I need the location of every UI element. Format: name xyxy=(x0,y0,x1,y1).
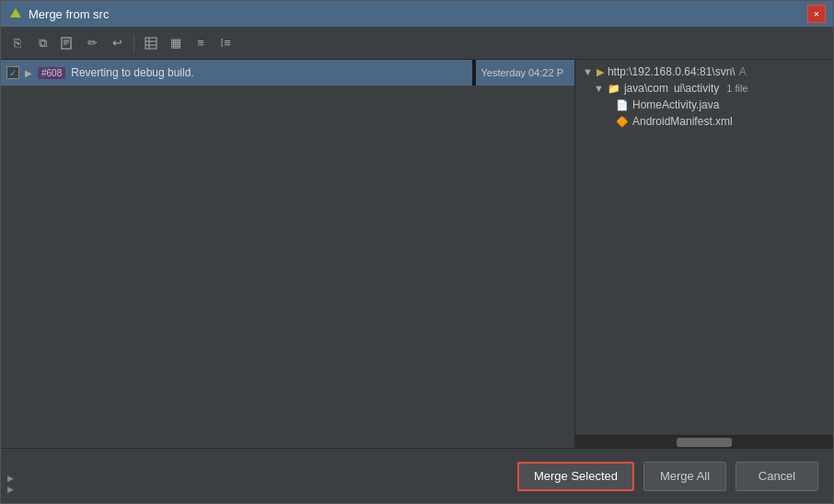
root-folder-icon: ▶ xyxy=(597,66,604,78)
tree-root-label: http:\192.168.0.64:81\svn\ xyxy=(608,65,736,78)
file-count: 1 file xyxy=(726,83,747,94)
commit-badge: #608 xyxy=(38,67,65,79)
scrollbar-thumb[interactable] xyxy=(677,438,732,447)
paste-icon[interactable]: ⧉ xyxy=(31,32,53,54)
side-icons: ▶ ▶ xyxy=(1,474,19,494)
cancel-button[interactable]: Cancel xyxy=(736,462,818,491)
title-bar-left: Merge from src xyxy=(8,6,109,21)
merge-all-button[interactable]: Merge All xyxy=(643,462,726,491)
collapse-icon-2: ▼ xyxy=(594,83,604,94)
tree-file-manifest: 🔶 AndroidManifest.xml xyxy=(579,113,829,130)
commit-checkbox[interactable] xyxy=(6,66,19,79)
layout-icon[interactable]: ▦ xyxy=(165,32,187,54)
toolbar: ⎘ ⧉ ✏ ↩ ▦ ≡ ⁞≡ xyxy=(1,27,833,60)
collapse-icon: ▼ xyxy=(583,66,593,77)
left-panel: ▶ #608 Reverting to debug build. Yesterd… xyxy=(1,60,575,448)
right-panel: ▼ ▶ http:\192.168.0.64:81\svn\ A ▼ 📁 jav… xyxy=(575,60,833,448)
main-content: ▶ #608 Reverting to debug build. Yesterd… xyxy=(1,60,833,448)
export-icon[interactable] xyxy=(56,32,78,54)
commit-row[interactable]: ▶ #608 Reverting to debug build. Yesterd… xyxy=(1,60,574,86)
title-bar: Merge from src × xyxy=(1,1,833,27)
footer: ▶ ▶ Merge Selected Merge All Cancel xyxy=(1,448,833,503)
side-icon-2: ▶ xyxy=(7,485,14,494)
tree-java-dir: ▼ 📁 java\com ui\activity 1 file xyxy=(579,80,829,97)
file-tree: ▼ ▶ http:\192.168.0.64:81\svn\ A ▼ 📁 jav… xyxy=(575,60,833,435)
side-icon-1: ▶ xyxy=(7,474,14,483)
commit-date: Yesterday 04:22 P xyxy=(481,67,570,78)
svg-rect-1 xyxy=(62,38,71,49)
svg-rect-5 xyxy=(145,38,156,49)
filter-icon[interactable]: ⁞≡ xyxy=(214,32,237,54)
window-title: Merge from src xyxy=(29,7,109,21)
java-file-icon: 📄 xyxy=(616,99,629,111)
commit-separator xyxy=(472,60,476,86)
scrollbar[interactable] xyxy=(575,435,833,448)
svg-marker-0 xyxy=(10,8,21,17)
edit-icon[interactable]: ✏ xyxy=(81,32,103,54)
copy-icon[interactable]: ⎘ xyxy=(6,32,29,54)
merge-selected-button[interactable]: Merge Selected xyxy=(517,462,634,491)
toolbar-separator-1 xyxy=(133,34,134,52)
tree-file-home: 📄 HomeActivity.java xyxy=(579,97,829,113)
folder-icon: 📁 xyxy=(608,83,620,95)
commit-message: Reverting to debug build. xyxy=(71,66,466,79)
undo-icon[interactable]: ↩ xyxy=(106,32,128,54)
manifest-label: AndroidManifest.xml xyxy=(632,115,733,128)
close-button[interactable]: × xyxy=(807,5,826,23)
java-dir-label: java\com xyxy=(624,82,668,95)
main-window: Merge from src × ⎘ ⧉ ✏ ↩ ▦ ≡ ⁞≡ ▶ #608 xyxy=(0,0,834,504)
app-icon xyxy=(8,6,23,21)
tree-root: ▼ ▶ http:\192.168.0.64:81\svn\ A xyxy=(579,63,829,80)
align-icon[interactable]: ≡ xyxy=(190,32,212,54)
tree-root-suffix: A xyxy=(739,65,747,78)
commit-list[interactable]: ▶ #608 Reverting to debug build. Yesterd… xyxy=(1,60,574,448)
home-activity-label: HomeActivity.java xyxy=(632,98,719,111)
table-icon[interactable] xyxy=(140,32,162,54)
commit-expand-icon: ▶ xyxy=(25,68,32,78)
xml-file-icon: 🔶 xyxy=(616,116,629,128)
java-dir-suffix: ui\activity xyxy=(674,82,719,95)
